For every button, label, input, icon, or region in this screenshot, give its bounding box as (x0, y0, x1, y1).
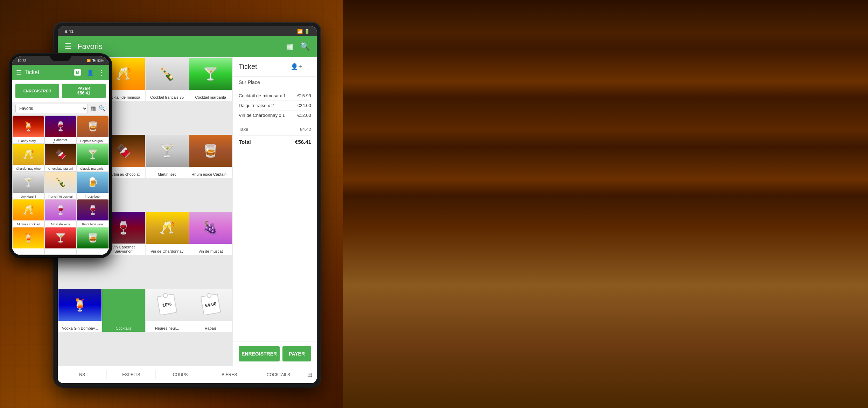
tab-ns[interactable]: NS (58, 370, 107, 379)
phone-name-cab-sauv: Cabernet Sauvigno... (45, 137, 76, 143)
product-muscat[interactable]: 🍇 Vin de muscat (189, 212, 232, 255)
phone-product-item3[interactable]: 🥃 (77, 227, 108, 254)
phone-name-choc-martini: Chocolate Martini (45, 165, 76, 171)
phone-name-moscato: Moscato wine (45, 220, 76, 226)
tablet-header: ☰ Favoris ▦ 🔍 (58, 36, 317, 57)
phone-name-classic-marg: Classic margarit... (77, 165, 108, 171)
product-chardonnay[interactable]: 🥂 Vin de Chardonnay (146, 212, 189, 255)
ticket-item-1-name: Cocktail de mimosa x 1 (239, 93, 297, 98)
phone-product-classic-marg[interactable]: 🍸 Classic margarit... (77, 144, 108, 171)
product-heures-image: 10% (146, 289, 189, 321)
product-martini-sec[interactable]: 🍸 Martini sec (146, 135, 189, 178)
tablet-pay-button[interactable]: PAYER (282, 346, 311, 361)
phone-screen: 10:22 📶 📡 53% ☰ Ticket B 👤 ⋮ ENREGISTRER… (12, 56, 109, 255)
product-vodka[interactable]: 🍹 Vodka Gin Bombay... (58, 289, 102, 332)
phone-img-moscato: 🍷 (45, 199, 76, 220)
phone-product-choc-martini[interactable]: 🍫 Chocolate Martini (45, 144, 76, 171)
phone-img-mimosa: 🥂 (13, 199, 44, 220)
phone-name-mimosa: Mimosa cocktail (13, 220, 44, 226)
phone-name-item2 (45, 248, 76, 254)
phone-product-moscato[interactable]: 🍷 Moscato wine (45, 199, 76, 226)
product-rhum[interactable]: 🥃 Rhum épicé Captain... (189, 135, 232, 178)
tab-bieres[interactable]: BIÈRES (205, 370, 254, 379)
add-customer-icon[interactable]: 👤+ (290, 63, 302, 71)
product-martini-sec-name: Martini sec (146, 171, 189, 178)
phone-name-french75: French 75 cocktail (45, 193, 76, 199)
ticket-item-3-name: Vin de Chardonnay x 1 (239, 113, 297, 118)
phone-product-item2[interactable]: 🍸 (45, 227, 76, 254)
search-icon[interactable]: 🔍 (299, 41, 311, 52)
product-cocktails-cat[interactable]: ▦ Cocktails (102, 289, 145, 332)
grid-view-icon[interactable]: ⊞ (303, 368, 317, 381)
phone-img-pinot: 🍷 (77, 199, 108, 220)
bar-shelf (343, 0, 868, 408)
phone-product-item1[interactable]: 🍹 (13, 227, 44, 254)
ticket-item-1-price: €15.99 (297, 93, 311, 98)
phone-name-item3 (77, 248, 108, 254)
tablet-status-bar: 9:41 📶 🔋 (58, 26, 317, 36)
phone-img-cab-sauv: 🍷 (45, 116, 76, 137)
phone-add-customer-icon[interactable]: 👤 (87, 69, 94, 76)
rabais-tag: €4.00 (189, 289, 232, 321)
phone-header-title: Ticket (24, 69, 71, 76)
product-margarita-name: Cocktail margarita (189, 94, 232, 101)
product-margarita-image: 🍸 (189, 58, 232, 90)
product-rhum-name: Rhum épicé Captain... (189, 171, 232, 178)
barcode-icon[interactable]: ▦ (285, 41, 295, 52)
product-chardonnay-name: Vin de Chardonnay (146, 248, 189, 255)
product-vodka-image: 🍹 (58, 289, 102, 321)
phone-product-grid: 🍹 Bloody Mary... 🍷 Cabernet Sauvigno... … (12, 115, 109, 255)
product-rabais-image: €4.00 (189, 289, 232, 321)
product-muscat-name: Vin de muscat (189, 248, 232, 255)
product-french75-image: 🍾 (146, 58, 189, 90)
total-label: Total (239, 139, 251, 145)
ticket-tax: Taxe €4.42 (239, 125, 311, 134)
tablet-save-button[interactable]: ENREGISTRER (239, 346, 280, 361)
product-cocktails-cat-name: Cocktails (102, 325, 145, 332)
phone-barcode-icon[interactable]: ▦ (91, 105, 96, 112)
phone-notch (50, 54, 71, 61)
phone-img-french75: 🍾 (45, 172, 76, 193)
phone-name-bloody-mary: Bloody Mary... (13, 137, 44, 143)
phone-img-chardonnay: 🥂 (13, 144, 44, 165)
phone-product-chardonnay[interactable]: 🥂 Chardonnay wine (13, 144, 44, 171)
product-french75[interactable]: 🍾 Cocktail français 75 (146, 58, 189, 101)
phone-product-frosty[interactable]: 🍺 Frosty beer (77, 172, 108, 199)
product-rabais[interactable]: €4.00 Rabais (189, 289, 232, 332)
phone-pay-button[interactable]: PAYER€56.41 (62, 84, 106, 98)
phone-product-french75[interactable]: 🍾 French 75 cocktail (45, 172, 76, 199)
phone-product-dry-martini[interactable]: 🍸 Dry Martini (13, 172, 44, 199)
more-options-icon[interactable]: ⋮ (305, 63, 311, 71)
product-martini-sec-image: 🍸 (146, 135, 189, 167)
phone-img-classic-marg: 🍸 (77, 144, 108, 165)
heures-tag: 10% (146, 289, 189, 321)
ticket-total: Total €56.41 (239, 135, 311, 148)
phone-img-item2: 🍸 (45, 227, 76, 248)
tab-esprits[interactable]: ESPRITS (107, 370, 156, 379)
phone-search-icon[interactable]: 🔍 (99, 105, 106, 112)
product-margarita[interactable]: 🍸 Cocktail margarita (189, 58, 232, 101)
phone-product-captain[interactable]: 🥃 Captain Morgan... (77, 116, 108, 143)
tablet-time: 9:41 (65, 29, 74, 34)
phone-product-cab-sauv[interactable]: 🍷 Cabernet Sauvigno... (45, 116, 76, 143)
phone-device: 10:22 📶 📡 53% ☰ Ticket B 👤 ⋮ ENREGISTRER… (10, 54, 111, 257)
phone-filter-select[interactable]: Favoris (15, 104, 88, 113)
phone-img-frosty: 🍺 (77, 172, 108, 193)
tab-coups[interactable]: COUPS (156, 370, 205, 379)
phone-save-button[interactable]: ENREGISTRER (15, 84, 59, 98)
wifi-icon: 📶 (297, 29, 303, 34)
ticket-item-2-name: Daiquiri fraise x 2 (239, 103, 297, 108)
phone-filter-row: Favoris ▦ 🔍 (12, 102, 109, 115)
tab-cocktails[interactable]: COCKTAILS (254, 370, 303, 379)
product-heures[interactable]: 10% Heures heur... (146, 289, 189, 332)
ticket-item-3: Vin de Chardonnay x 1 €12.00 (239, 111, 311, 120)
phone-product-bloody-mary[interactable]: 🍹 Bloody Mary... (13, 116, 44, 143)
phone-img-dry-martini: 🍸 (13, 172, 44, 193)
phone-product-pinot[interactable]: 🍷 Pinot Noir wine (77, 199, 108, 226)
phone-signal-icon: 📶 (87, 59, 91, 62)
menu-icon[interactable]: ☰ (63, 41, 73, 52)
phone-battery-icon: 53% (97, 59, 104, 62)
phone-more-icon[interactable]: ⋮ (98, 68, 105, 77)
phone-product-mimosa[interactable]: 🥂 Mimosa cocktail (13, 199, 44, 226)
phone-menu-icon[interactable]: ☰ (16, 69, 22, 76)
